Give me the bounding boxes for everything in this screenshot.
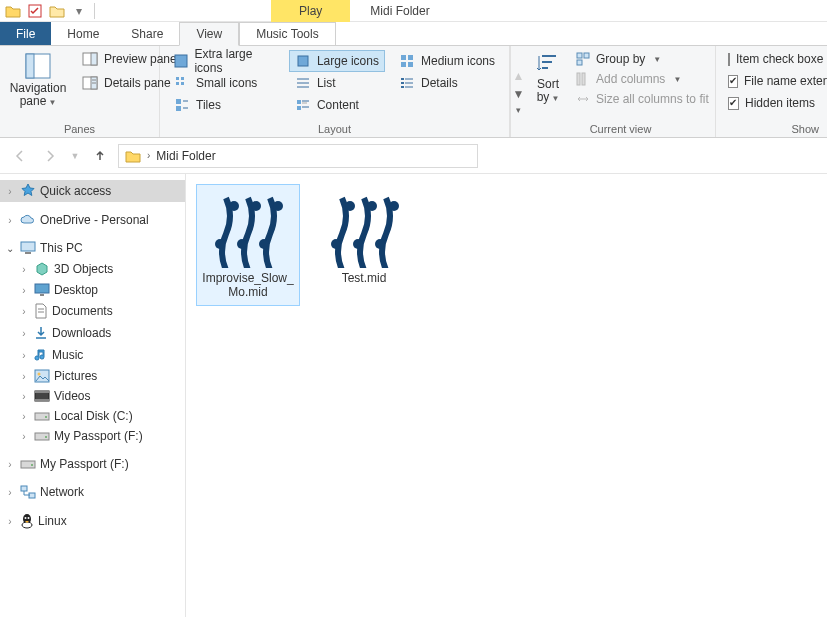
breadcrumb-chevron-icon[interactable]: › [147, 150, 150, 161]
expand-icon[interactable]: › [18, 350, 30, 361]
svg-rect-47 [35, 284, 49, 293]
add-columns-icon [576, 72, 590, 86]
layout-medium-icons[interactable]: Medium icons [393, 50, 501, 72]
midi-file-icon [328, 190, 400, 268]
ribbon: Navigation pane▼ Preview pane Details pa… [0, 46, 827, 138]
new-folder-icon[interactable] [48, 2, 66, 20]
qat-customize-icon[interactable]: ▾ [70, 2, 88, 20]
breadcrumb[interactable]: › Midi Folder [118, 144, 478, 168]
drive-icon [34, 430, 50, 442]
group-by-button[interactable]: Group by▼ [572, 50, 713, 68]
tree-quick-access[interactable]: ›Quick access [0, 180, 185, 202]
tree-downloads[interactable]: ›Downloads [0, 322, 185, 344]
expand-icon[interactable]: › [4, 215, 16, 226]
tree-local-disk-c[interactable]: ›Local Disk (C:) [0, 406, 185, 426]
size-all-columns-button[interactable]: Size all columns to fit [572, 90, 713, 108]
svg-point-80 [375, 239, 385, 249]
up-button[interactable] [88, 144, 112, 168]
layout-content[interactable]: Content [289, 94, 385, 116]
svg-point-53 [38, 373, 41, 376]
sort-by-button[interactable]: Sort by▼ [534, 50, 562, 106]
svg-point-60 [45, 436, 47, 438]
tree-this-pc[interactable]: ⌄This PC [0, 238, 185, 258]
tree-label: This PC [40, 241, 83, 255]
layout-medium-label: Medium icons [421, 54, 495, 68]
svg-rect-57 [35, 413, 49, 420]
drive-icon [20, 458, 36, 470]
expand-icon[interactable]: › [18, 391, 30, 402]
expand-icon[interactable]: › [18, 264, 30, 275]
tree-label: Network [40, 485, 84, 499]
file-name-extensions-toggle[interactable]: File name extens [724, 72, 819, 90]
expand-icon[interactable]: › [18, 431, 30, 442]
navigation-pane-button[interactable]: Navigation pane▼ [8, 50, 68, 110]
tree-onedrive[interactable]: ›OneDrive - Personal [0, 210, 185, 230]
svg-rect-30 [176, 106, 181, 111]
tab-view[interactable]: View [179, 22, 239, 46]
layout-large-label: Large icons [317, 54, 379, 68]
properties-icon[interactable] [26, 2, 44, 20]
layout-extra-large-icons[interactable]: Extra large icons [168, 50, 281, 72]
linux-icon [20, 513, 34, 529]
checkbox-checked-icon [728, 97, 739, 110]
tree-my-passport-f-1[interactable]: ›My Passport (F:) [0, 426, 185, 446]
expand-icon[interactable]: › [18, 371, 30, 382]
checkbox-icon [728, 53, 730, 66]
tree-linux[interactable]: ›Linux [0, 510, 185, 532]
layout-tiles[interactable]: Tiles [168, 94, 281, 116]
recent-locations-button[interactable]: ▼ [68, 144, 82, 168]
file-list[interactable]: Improvise_Slow_Mo.mid Test.mid [186, 174, 827, 617]
back-button[interactable] [8, 144, 32, 168]
tab-home[interactable]: Home [51, 22, 115, 45]
item-check-boxes-toggle[interactable]: Item check boxe [724, 50, 819, 68]
layout-content-label: Content [317, 98, 359, 112]
checkbox-checked-icon [728, 75, 738, 88]
tab-share[interactable]: Share [115, 22, 179, 45]
tree-music[interactable]: ›Music [0, 344, 185, 366]
svg-point-75 [345, 201, 355, 211]
layout-list[interactable]: List [289, 72, 385, 94]
folder-icon[interactable] [4, 2, 22, 20]
hidden-items-toggle[interactable]: Hidden items [724, 94, 819, 112]
svg-rect-16 [181, 77, 184, 80]
layout-large-icons[interactable]: Large icons [289, 50, 385, 72]
layout-gallery-scroll[interactable]: ▲ ▼ ▾ [510, 46, 526, 137]
expand-icon[interactable]: › [4, 516, 16, 527]
forward-button[interactable] [38, 144, 62, 168]
tree-my-passport-f-2[interactable]: ›My Passport (F:) [0, 454, 185, 474]
layout-list-label: List [317, 76, 336, 90]
tree-videos[interactable]: ›Videos [0, 386, 185, 406]
drive-icon [34, 410, 50, 422]
tree-3d-objects[interactable]: ›3D Objects [0, 258, 185, 280]
expand-icon[interactable]: › [4, 459, 16, 470]
expand-icon[interactable]: › [4, 487, 16, 498]
tree-desktop[interactable]: ›Desktop [0, 280, 185, 300]
tab-music-tools[interactable]: Music Tools [239, 22, 335, 45]
ribbon-group-layout: Extra large icons Large icons Medium ico… [160, 46, 510, 137]
add-columns-button[interactable]: Add columns▼ [572, 70, 713, 88]
videos-icon [34, 389, 50, 403]
svg-rect-9 [175, 55, 187, 67]
layout-small-icons[interactable]: Small icons [168, 72, 281, 94]
expand-icon[interactable]: › [18, 411, 30, 422]
window-title: Midi Folder [350, 4, 449, 18]
ribbon-group-title-showhide: Show [724, 121, 819, 135]
file-item-selected[interactable]: Improvise_Slow_Mo.mid [196, 184, 300, 306]
tree-network[interactable]: ›Network [0, 482, 185, 502]
ribbon-group-title-current: Current view [534, 121, 707, 135]
svg-rect-10 [298, 56, 308, 66]
expand-icon[interactable]: › [18, 285, 30, 296]
breadcrumb-folder[interactable]: Midi Folder [156, 149, 215, 163]
tree-pictures[interactable]: ›Pictures [0, 366, 185, 386]
layout-details[interactable]: Details [393, 72, 501, 94]
midi-file-icon [212, 190, 284, 268]
expand-icon[interactable]: › [18, 306, 30, 317]
collapse-icon[interactable]: ⌄ [4, 243, 16, 254]
tab-file[interactable]: File [0, 22, 51, 45]
expand-icon[interactable]: › [18, 328, 30, 339]
tree-label: My Passport (F:) [54, 429, 143, 443]
svg-rect-13 [401, 62, 406, 67]
expand-icon[interactable]: › [4, 186, 16, 197]
file-item[interactable]: Test.mid [312, 184, 416, 292]
tree-documents[interactable]: ›Documents [0, 300, 185, 322]
